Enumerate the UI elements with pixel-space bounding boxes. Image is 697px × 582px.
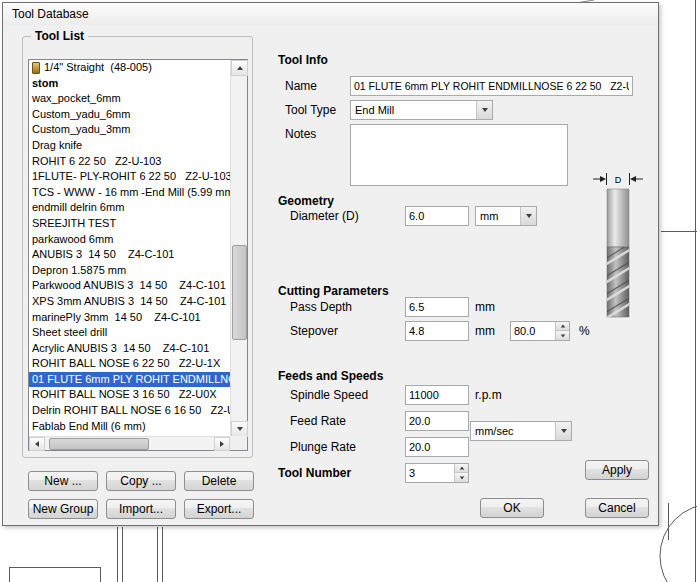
tool-list-item[interactable]: 1FLUTE- PLY-ROHIT 6 22 50 Z2-U-103: [29, 169, 230, 185]
scroll-right-button[interactable]: [214, 437, 230, 451]
geometry-header: Geometry: [278, 194, 334, 208]
tool-number-spinner: [405, 463, 469, 483]
tool-list-item[interactable]: ROHIT 6 22 50 Z2-U-103: [29, 154, 230, 170]
rate-units-select[interactable]: mm/sec: [470, 421, 572, 441]
tool-number-spin-buttons: [454, 464, 468, 482]
tool-list-item[interactable]: Fablab End Mill (6 mm): [29, 419, 230, 435]
cutting-parameters-header: Cutting Parameters: [278, 284, 389, 298]
tool-list-item[interactable]: ROHIT BALL NOSE 6 22 50 Z2-U-1X: [29, 356, 230, 372]
tool-list-item[interactable]: 1/4" Straight (48-005): [29, 60, 230, 76]
tool-list-item[interactable]: Depron 1.5875 mm: [29, 263, 230, 279]
tool-list-item-label: parkawood 6mm: [32, 232, 113, 248]
dropdown-arrow-icon: [520, 207, 536, 225]
tool-list-item-label: endmill delrin 6mm: [32, 200, 124, 216]
diameter-units-value: mm: [480, 207, 498, 225]
spindle-speed-label: Spindle Speed: [290, 388, 368, 402]
feeds-speeds-header: Feeds and Speeds: [278, 369, 383, 383]
export-button[interactable]: Export...: [184, 499, 254, 519]
tool-list-item-label: Parkwood ANUBIS 3 14 50 Z4-C-101: [32, 278, 226, 294]
arrow-right-icon: [220, 441, 224, 447]
tool-list-item-label: 1FLUTE- PLY-ROHIT 6 22 50 Z2-U-103: [32, 169, 230, 185]
horizontal-scroll-thumb[interactable]: [49, 438, 149, 450]
tool-list-item-label: 01 FLUTE 6mm PLY ROHIT ENDMILLNOSE 6: [32, 372, 230, 388]
tool-list-item[interactable]: XPS 3mm ANUBIS 3 14 50 Z4-C-101: [29, 294, 230, 310]
scroll-up-button[interactable]: [231, 60, 248, 76]
tool-info-header: Tool Info: [278, 53, 328, 67]
dialog-titlebar[interactable]: Tool Database: [3, 3, 658, 25]
name-label: Name: [285, 79, 317, 93]
tool-list-item[interactable]: Drag knife: [29, 138, 230, 154]
vertical-scroll-thumb[interactable]: [232, 245, 247, 340]
plunge-rate-label: Plunge Rate: [290, 440, 356, 454]
tool-list-item[interactable]: ANUBIS 3 14 50 Z4-C-101: [29, 247, 230, 263]
stepover-percent-spin-buttons: [555, 322, 569, 340]
tool-number-down-button[interactable]: [455, 473, 468, 482]
tool-number-up-button[interactable]: [455, 464, 468, 473]
tool-list-item-label: ROHIT BALL NOSE 6 22 50 Z2-U-1X: [32, 356, 220, 372]
diameter-label: Diameter (D): [290, 209, 359, 223]
tool-list-item-label: Custom_yadu_3mm: [32, 122, 130, 138]
vertical-scrollbar[interactable]: [230, 60, 247, 437]
tool-list-item[interactable]: Sheet steel drill: [29, 325, 230, 341]
tool-list-item-label: Drag knife: [32, 138, 82, 154]
tool-list-item-label: ROHIT BALL NOSE 3 16 50 Z2-U0X: [32, 387, 217, 403]
tool-list-item[interactable]: stom: [29, 76, 230, 92]
tool-list-item[interactable]: marinePly 3mm 14 50 Z4-C-101: [29, 310, 230, 326]
tool-list-item[interactable]: SREEJITH TEST: [29, 216, 230, 232]
tool-list-item[interactable]: TCS - WWW - 16 mm -End Mill (5.99 mm): [29, 185, 230, 201]
new-tool-button[interactable]: New ...: [28, 471, 98, 491]
tool-list-item[interactable]: Custom_yadu_6mm: [29, 107, 230, 123]
scroll-left-button[interactable]: [29, 437, 45, 451]
tool-list-item[interactable]: Acrylic ANUBIS 3 14 50 Z4-C-101: [29, 341, 230, 357]
tool-list-item[interactable]: wax_pocket_6mm: [29, 91, 230, 107]
spindle-speed-input[interactable]: [405, 385, 469, 405]
new-group-button[interactable]: New Group: [28, 499, 98, 519]
copy-tool-button[interactable]: Copy ...: [106, 471, 176, 491]
tool-list-item-label: XPS 3mm ANUBIS 3 14 50 Z4-C-101: [32, 294, 226, 310]
tool-number-input[interactable]: [406, 464, 454, 482]
tool-list-item-label: Custom_yadu_6mm: [32, 107, 130, 123]
tool-list-item[interactable]: 01 FLUTE 6mm PLY ROHIT ENDMILLNOSE 6: [29, 372, 230, 388]
ok-button[interactable]: OK: [480, 498, 544, 518]
stepover-percent-down-button[interactable]: [556, 331, 569, 340]
name-input[interactable]: [350, 76, 633, 96]
stepover-percent-input[interactable]: [511, 322, 555, 340]
stepover-input[interactable]: [405, 321, 469, 341]
scroll-down-button[interactable]: [231, 421, 248, 437]
tool-list-item-label: Delrin ROHIT BALL NOSE 6 16 50 Z2-U0X: [32, 403, 230, 419]
tool-list-item-label: Fablab End Mill (6 mm): [32, 419, 146, 435]
tool-list-item[interactable]: parkawood 6mm: [29, 232, 230, 248]
stepover-label: Stepover: [290, 324, 338, 338]
plunge-rate-input[interactable]: [405, 437, 469, 457]
tool-list-item-label: SREEJITH TEST: [32, 216, 116, 232]
pass-depth-units: mm: [475, 300, 495, 314]
tool-list-item[interactable]: Parkwood ANUBIS 3 14 50 Z4-C-101: [29, 278, 230, 294]
notes-input[interactable]: [350, 124, 568, 186]
arrow-left-icon: [35, 441, 39, 447]
tool-type-value: End Mill: [355, 101, 394, 119]
import-button[interactable]: Import...: [106, 499, 176, 519]
dropdown-arrow-icon: [476, 101, 492, 119]
feed-rate-input[interactable]: [405, 411, 469, 431]
apply-button[interactable]: Apply: [585, 460, 649, 480]
pass-depth-input[interactable]: [405, 297, 469, 317]
tool-list-item[interactable]: Custom_yadu_3mm: [29, 122, 230, 138]
tool-list-item[interactable]: endmill delrin 6mm: [29, 200, 230, 216]
tool-type-select[interactable]: End Mill: [350, 100, 493, 120]
feed-rate-label: Feed Rate: [290, 414, 346, 428]
horizontal-scrollbar[interactable]: [29, 436, 230, 450]
arrow-down-icon: [237, 427, 243, 431]
tool-list-item[interactable]: ROHIT BALL NOSE 3 16 50 Z2-U0X: [29, 387, 230, 403]
diameter-units-select[interactable]: mm: [475, 206, 537, 226]
delete-tool-button[interactable]: Delete: [184, 471, 254, 491]
end-mill-diagram: D: [591, 171, 645, 323]
scrollbar-corner: [230, 436, 247, 450]
diameter-input[interactable]: [405, 206, 469, 226]
rate-units-value: mm/sec: [475, 422, 514, 440]
tool-list-item-label: stom: [32, 76, 58, 92]
cancel-button[interactable]: Cancel: [585, 498, 649, 518]
tool-list-item[interactable]: Delrin ROHIT BALL NOSE 6 16 50 Z2-U0X: [29, 403, 230, 419]
tool-database-dialog: Tool Database Tool List 1/4" Straight (4…: [2, 2, 659, 526]
stepover-percent-up-button[interactable]: [556, 322, 569, 331]
diameter-dimension-label: D: [615, 175, 622, 185]
